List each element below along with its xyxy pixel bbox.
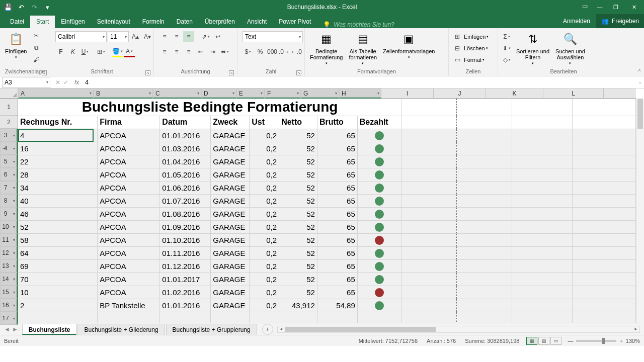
data-cell[interactable]: GARAGE [211, 273, 250, 286]
cell[interactable] [402, 220, 457, 233]
cell[interactable] [572, 181, 635, 194]
data-cell[interactable]: 52 [279, 129, 317, 142]
data-cell[interactable]: GARAGE [211, 220, 250, 233]
cell[interactable] [572, 233, 635, 246]
row-header-7[interactable]: 7 [0, 181, 18, 194]
column-header-G[interactable]: G [301, 88, 339, 99]
column-header-K[interactable]: K [486, 88, 543, 98]
paste-button[interactable]: 📋Einfügen▾ [2, 29, 30, 61]
grow-font[interactable]: A▴ [130, 31, 141, 42]
cell[interactable] [572, 273, 635, 286]
bold-button[interactable]: F [55, 46, 66, 57]
row-header-12[interactable]: 12 [0, 246, 18, 259]
data-cell[interactable]: 01.07.2016 [160, 194, 211, 207]
formula-input[interactable]: 4 [82, 79, 636, 86]
data-cell[interactable]: 46 [18, 207, 98, 220]
data-cell[interactable]: GARAGE [211, 181, 250, 194]
data-cell[interactable]: 52 [279, 246, 317, 259]
data-cell[interactable]: 0,2 [250, 246, 279, 259]
fx-icon[interactable]: fx [71, 79, 82, 86]
status-cell[interactable] [357, 233, 401, 246]
borders-button[interactable]: ⊞ [96, 46, 107, 57]
data-cell[interactable]: APCOA [98, 207, 160, 220]
data-cell[interactable]: 43,912 [279, 299, 317, 312]
hscroll-thumb[interactable] [285, 327, 436, 332]
data-cell[interactable]: 01.08.2016 [160, 207, 211, 220]
row-header-2[interactable]: 2 [0, 116, 18, 129]
cell[interactable] [572, 259, 635, 273]
sheet-nav-prev[interactable]: ◄ [4, 326, 10, 333]
cell[interactable] [457, 286, 512, 299]
decrease-decimal[interactable]: ←.0 [291, 46, 302, 57]
data-cell[interactable]: 01.12.2016 [160, 259, 211, 273]
percent-format[interactable]: % [255, 46, 266, 57]
tab-powerpivot[interactable]: Power Pivot [273, 16, 317, 28]
font-color[interactable]: A [124, 46, 135, 57]
data-cell[interactable]: 01.11.2016 [160, 246, 211, 259]
data-cell[interactable]: GARAGE [211, 259, 250, 273]
row-header-17[interactable]: 17 [0, 312, 18, 325]
data-cell[interactable]: 01.10.2016 [160, 233, 211, 246]
data-cell[interactable]: APCOA [98, 181, 160, 194]
cell[interactable] [250, 312, 279, 323]
cell[interactable] [512, 273, 572, 286]
fill-color[interactable]: 🪣 [112, 46, 123, 57]
sheet-nav-next[interactable]: ► [12, 326, 18, 333]
save-button[interactable]: 💾 [2, 1, 14, 13]
cell[interactable] [402, 246, 457, 259]
row-header-5[interactable]: 5 [0, 155, 18, 168]
cell[interactable] [512, 129, 572, 142]
zoom-in[interactable]: + [619, 338, 622, 344]
row-header-10[interactable]: 10 [0, 220, 18, 233]
cell[interactable] [402, 116, 457, 129]
zoom-slider[interactable] [576, 340, 616, 342]
autosum[interactable]: Σ [501, 31, 512, 42]
data-cell[interactable]: APCOA [98, 259, 160, 273]
data-cell[interactable]: 0,2 [250, 220, 279, 233]
alignment-dialog[interactable]: ↘ [229, 70, 234, 75]
column-header-A[interactable]: A [18, 88, 94, 99]
cell[interactable] [402, 312, 457, 323]
row-header-13[interactable]: 13 [0, 259, 18, 273]
data-cell[interactable]: 54,89 [317, 299, 357, 312]
qat-customize[interactable]: ▾ [41, 1, 53, 13]
cell[interactable] [512, 194, 572, 207]
cell[interactable] [572, 207, 635, 220]
number-dialog[interactable]: ↘ [296, 70, 301, 75]
cell[interactable] [572, 142, 635, 155]
italic-button[interactable]: K [67, 46, 78, 57]
format-cells[interactable]: ▭Format▾ [452, 54, 485, 65]
cell[interactable] [457, 233, 512, 246]
shrink-font[interactable]: A▾ [142, 31, 153, 42]
data-cell[interactable]: 01.01.2016 [160, 299, 211, 312]
cell[interactable] [402, 273, 457, 286]
sheet-tab[interactable]: Buchungsliste + Gruppierung [166, 324, 257, 335]
cell[interactable] [572, 286, 635, 299]
enter-formula[interactable]: ✓ [63, 79, 68, 86]
data-cell[interactable]: APCOA [98, 155, 160, 168]
expand-formula-bar[interactable]: ⌄ [636, 80, 644, 84]
data-cell[interactable]: 28 [18, 168, 98, 181]
data-cell[interactable]: 0,2 [250, 207, 279, 220]
sheet-tab[interactable]: Buchungsliste [22, 324, 77, 335]
header-cell[interactable]: Zweck [211, 116, 250, 129]
status-cell[interactable] [357, 220, 401, 233]
header-cell[interactable]: Ust [250, 116, 279, 129]
data-cell[interactable]: GARAGE [211, 233, 250, 246]
share-button[interactable]: 👥Freigeben [596, 14, 644, 28]
tab-formeln[interactable]: Formeln [136, 16, 171, 28]
cell[interactable] [512, 233, 572, 246]
cell[interactable] [512, 142, 572, 155]
column-header-I[interactable]: I [381, 88, 434, 98]
column-header-D[interactable]: D [201, 88, 236, 99]
cell[interactable] [512, 246, 572, 259]
status-cell[interactable] [357, 155, 401, 168]
cell[interactable] [572, 194, 635, 207]
cell[interactable] [457, 299, 512, 312]
tell-me-search[interactable]: 💡Was möchten Sie tun? [323, 21, 394, 28]
data-cell[interactable]: 58 [18, 233, 98, 246]
data-cell[interactable]: 65 [317, 220, 357, 233]
column-header-E[interactable]: E [236, 88, 265, 99]
cell[interactable] [279, 312, 317, 323]
data-cell[interactable]: 65 [317, 259, 357, 273]
